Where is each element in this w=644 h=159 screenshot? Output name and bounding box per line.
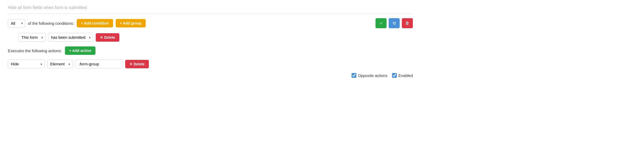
enabled-checkbox[interactable] [392, 73, 397, 78]
condition-predicate-select[interactable]: has been submitted [48, 33, 93, 42]
condition-subject-select[interactable]: This form [18, 33, 45, 42]
actions-label: Executes the following actions: [8, 49, 62, 53]
all-select-wrapper[interactable]: All Any [8, 19, 25, 28]
add-condition-button[interactable]: + Add condition [77, 19, 113, 27]
bottom-row: Opposite actions Enabled [8, 73, 413, 78]
enabled-text: Enabled [398, 73, 413, 78]
action-target-type-select[interactable]: Element Field [47, 60, 73, 68]
condition-predicate-wrapper[interactable]: has been submitted [48, 33, 93, 42]
all-select[interactable]: All Any [8, 19, 25, 28]
actions-header-row: Executes the following actions: + Add ac… [8, 46, 413, 55]
action-detail-row: Hide Show Element Field ✕ Delete [8, 60, 413, 68]
delete-condition-button[interactable]: ✕ Delete [96, 33, 119, 42]
action-type-select[interactable]: Hide Show [8, 60, 45, 68]
action-type-wrapper[interactable]: Hide Show [8, 60, 45, 68]
page-title: Hide all form fields when form is submit… [8, 5, 413, 14]
copy-icon: ⧉ [393, 21, 396, 26]
confirm-button[interactable]: ✓ [376, 18, 387, 28]
conditions-left: All Any of the following conditions: + A… [8, 19, 146, 28]
trash-icon: 🗑 [405, 21, 409, 26]
action-target-value-input[interactable] [75, 60, 123, 68]
condition-row: This form has been submitted ✕ Delete [18, 33, 413, 42]
condition-subject-wrapper[interactable]: This form [18, 33, 45, 42]
confirm-icon: ✓ [379, 21, 383, 26]
conditions-right: ✓ ⧉ 🗑 [376, 18, 413, 28]
opposite-actions-label[interactable]: Opposite actions [352, 73, 387, 78]
delete-rule-button[interactable]: 🗑 [402, 18, 413, 28]
opposite-actions-checkbox[interactable] [352, 73, 356, 78]
page-wrapper: Hide all form fields when form is submit… [0, 0, 421, 86]
add-group-button[interactable]: + Add group [116, 19, 146, 27]
add-action-button[interactable]: + Add action [65, 46, 95, 55]
enabled-label[interactable]: Enabled [392, 73, 413, 78]
action-target-type-wrapper[interactable]: Element Field [47, 60, 73, 68]
conditions-label: of the following conditions: [28, 21, 74, 26]
delete-action-button[interactable]: ✕ Delete [125, 60, 149, 68]
opposite-actions-text: Opposite actions [358, 73, 387, 78]
conditions-header-row: All Any of the following conditions: + A… [8, 18, 413, 28]
copy-button[interactable]: ⧉ [389, 18, 400, 28]
